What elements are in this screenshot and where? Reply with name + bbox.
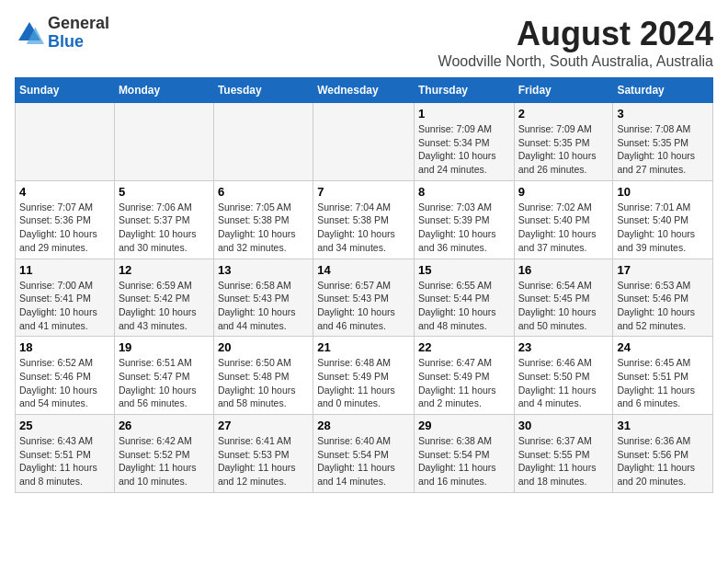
day-number: 7: [317, 185, 410, 199]
day-info: Sunrise: 6:47 AM Sunset: 5:49 PM Dayligh…: [418, 356, 510, 410]
day-number: 17: [617, 263, 709, 277]
day-number: 21: [317, 340, 410, 354]
calendar-cell: 5Sunrise: 7:06 AM Sunset: 5:37 PM Daylig…: [114, 180, 213, 259]
calendar-week-row: 1Sunrise: 7:09 AM Sunset: 5:34 PM Daylig…: [16, 103, 713, 181]
logo-icon: [15, 18, 44, 48]
calendar-cell: 20Sunrise: 6:50 AM Sunset: 5:48 PM Dayli…: [213, 337, 313, 415]
day-number: 8: [418, 185, 510, 199]
calendar-week-row: 4Sunrise: 7:07 AM Sunset: 5:36 PM Daylig…: [16, 180, 713, 259]
day-info: Sunrise: 7:02 AM Sunset: 5:40 PM Dayligh…: [518, 201, 609, 255]
calendar-week-row: 18Sunrise: 6:52 AM Sunset: 5:46 PM Dayli…: [16, 337, 713, 415]
day-number: 10: [617, 185, 709, 199]
calendar-cell: 3Sunrise: 7:08 AM Sunset: 5:35 PM Daylig…: [613, 103, 713, 181]
day-of-week-header: Wednesday: [313, 78, 415, 103]
day-info: Sunrise: 6:45 AM Sunset: 5:51 PM Dayligh…: [617, 356, 709, 410]
day-info: Sunrise: 7:08 AM Sunset: 5:35 PM Dayligh…: [617, 122, 709, 177]
day-info: Sunrise: 7:00 AM Sunset: 5:41 PM Dayligh…: [19, 279, 110, 333]
calendar-cell: 19Sunrise: 6:51 AM Sunset: 5:47 PM Dayli…: [114, 337, 213, 415]
calendar-cell: [213, 103, 313, 181]
logo-text: General Blue: [48, 15, 109, 52]
calendar-cell: 30Sunrise: 6:37 AM Sunset: 5:55 PM Dayli…: [514, 415, 613, 493]
day-number: 15: [418, 263, 510, 277]
calendar-week-row: 25Sunrise: 6:43 AM Sunset: 5:51 PM Dayli…: [16, 415, 713, 493]
day-of-week-header: Tuesday: [213, 78, 313, 103]
calendar-cell: 21Sunrise: 6:48 AM Sunset: 5:49 PM Dayli…: [313, 337, 415, 415]
day-number: 19: [119, 340, 210, 354]
day-number: 29: [418, 419, 510, 432]
day-number: 6: [218, 185, 309, 199]
day-number: 16: [518, 263, 609, 277]
calendar-cell: 6Sunrise: 7:05 AM Sunset: 5:38 PM Daylig…: [213, 180, 313, 259]
header-row: SundayMondayTuesdayWednesdayThursdayFrid…: [16, 78, 713, 103]
calendar-cell: 16Sunrise: 6:54 AM Sunset: 5:45 PM Dayli…: [514, 259, 613, 337]
day-number: 14: [317, 263, 410, 277]
logo-blue: Blue: [48, 33, 109, 52]
calendar-cell: [313, 103, 415, 181]
subtitle: Woodville North, South Australia, Austra…: [438, 53, 713, 70]
day-info: Sunrise: 6:52 AM Sunset: 5:46 PM Dayligh…: [19, 356, 110, 410]
day-info: Sunrise: 6:59 AM Sunset: 5:42 PM Dayligh…: [119, 279, 210, 333]
calendar-cell: 29Sunrise: 6:38 AM Sunset: 5:54 PM Dayli…: [414, 415, 514, 493]
day-info: Sunrise: 6:36 AM Sunset: 5:56 PM Dayligh…: [617, 434, 709, 488]
day-info: Sunrise: 7:09 AM Sunset: 5:34 PM Dayligh…: [418, 122, 510, 177]
day-of-week-header: Thursday: [414, 78, 514, 103]
day-info: Sunrise: 7:03 AM Sunset: 5:39 PM Dayligh…: [418, 201, 510, 255]
logo-general: General: [48, 15, 109, 33]
day-info: Sunrise: 6:42 AM Sunset: 5:52 PM Dayligh…: [119, 434, 210, 488]
calendar-cell: 11Sunrise: 7:00 AM Sunset: 5:41 PM Dayli…: [16, 259, 115, 337]
day-info: Sunrise: 6:53 AM Sunset: 5:46 PM Dayligh…: [617, 279, 709, 333]
day-info: Sunrise: 6:37 AM Sunset: 5:55 PM Dayligh…: [518, 434, 609, 488]
day-number: 18: [19, 340, 110, 354]
title-area: August 2024 Woodville North, South Austr…: [438, 15, 713, 70]
calendar-cell: 27Sunrise: 6:41 AM Sunset: 5:53 PM Dayli…: [213, 415, 313, 493]
day-number: 20: [218, 340, 309, 354]
calendar-table: SundayMondayTuesdayWednesdayThursdayFrid…: [15, 77, 713, 493]
calendar-cell: 18Sunrise: 6:52 AM Sunset: 5:46 PM Dayli…: [16, 337, 115, 415]
day-number: 9: [518, 185, 609, 199]
calendar-cell: 25Sunrise: 6:43 AM Sunset: 5:51 PM Dayli…: [16, 415, 115, 493]
calendar-cell: 24Sunrise: 6:45 AM Sunset: 5:51 PM Dayli…: [613, 337, 713, 415]
day-info: Sunrise: 6:50 AM Sunset: 5:48 PM Dayligh…: [218, 356, 309, 410]
day-info: Sunrise: 7:04 AM Sunset: 5:38 PM Dayligh…: [317, 201, 410, 255]
day-number: 27: [218, 419, 309, 432]
day-info: Sunrise: 6:55 AM Sunset: 5:44 PM Dayligh…: [418, 279, 510, 333]
day-info: Sunrise: 6:38 AM Sunset: 5:54 PM Dayligh…: [418, 434, 510, 488]
day-of-week-header: Sunday: [16, 78, 115, 103]
day-number: 1: [418, 107, 510, 121]
calendar-cell: [114, 103, 213, 181]
calendar-cell: 31Sunrise: 6:36 AM Sunset: 5:56 PM Dayli…: [613, 415, 713, 493]
calendar-cell: 4Sunrise: 7:07 AM Sunset: 5:36 PM Daylig…: [16, 180, 115, 259]
day-info: Sunrise: 7:05 AM Sunset: 5:38 PM Dayligh…: [218, 201, 309, 255]
calendar-cell: 22Sunrise: 6:47 AM Sunset: 5:49 PM Dayli…: [414, 337, 514, 415]
day-number: 22: [418, 340, 510, 354]
day-info: Sunrise: 6:48 AM Sunset: 5:49 PM Dayligh…: [317, 356, 410, 410]
calendar-cell: 23Sunrise: 6:46 AM Sunset: 5:50 PM Dayli…: [514, 337, 613, 415]
day-number: 2: [518, 107, 609, 121]
day-number: 24: [617, 340, 709, 354]
day-info: Sunrise: 6:58 AM Sunset: 5:43 PM Dayligh…: [218, 279, 309, 333]
day-number: 11: [19, 263, 110, 277]
day-info: Sunrise: 6:57 AM Sunset: 5:43 PM Dayligh…: [317, 279, 410, 333]
calendar-cell: 9Sunrise: 7:02 AM Sunset: 5:40 PM Daylig…: [514, 180, 613, 259]
calendar-cell: 14Sunrise: 6:57 AM Sunset: 5:43 PM Dayli…: [313, 259, 415, 337]
calendar-cell: [16, 103, 115, 181]
calendar-cell: 15Sunrise: 6:55 AM Sunset: 5:44 PM Dayli…: [414, 259, 514, 337]
logo: General Blue: [15, 15, 109, 52]
day-number: 13: [218, 263, 309, 277]
day-of-week-header: Saturday: [613, 78, 713, 103]
day-info: Sunrise: 6:51 AM Sunset: 5:47 PM Dayligh…: [119, 356, 210, 410]
calendar-cell: 28Sunrise: 6:40 AM Sunset: 5:54 PM Dayli…: [313, 415, 415, 493]
day-of-week-header: Friday: [514, 78, 613, 103]
day-info: Sunrise: 7:07 AM Sunset: 5:36 PM Dayligh…: [19, 201, 110, 255]
day-info: Sunrise: 6:54 AM Sunset: 5:45 PM Dayligh…: [518, 279, 609, 333]
calendar-cell: 26Sunrise: 6:42 AM Sunset: 5:52 PM Dayli…: [114, 415, 213, 493]
calendar-cell: 2Sunrise: 7:09 AM Sunset: 5:35 PM Daylig…: [514, 103, 613, 181]
calendar-cell: 17Sunrise: 6:53 AM Sunset: 5:46 PM Dayli…: [613, 259, 713, 337]
main-title: August 2024: [438, 15, 713, 53]
calendar-cell: 1Sunrise: 7:09 AM Sunset: 5:34 PM Daylig…: [414, 103, 514, 181]
day-number: 25: [19, 419, 110, 432]
day-number: 23: [518, 340, 609, 354]
day-info: Sunrise: 6:46 AM Sunset: 5:50 PM Dayligh…: [518, 356, 609, 410]
day-info: Sunrise: 6:40 AM Sunset: 5:54 PM Dayligh…: [317, 434, 410, 488]
day-info: Sunrise: 6:41 AM Sunset: 5:53 PM Dayligh…: [218, 434, 309, 488]
